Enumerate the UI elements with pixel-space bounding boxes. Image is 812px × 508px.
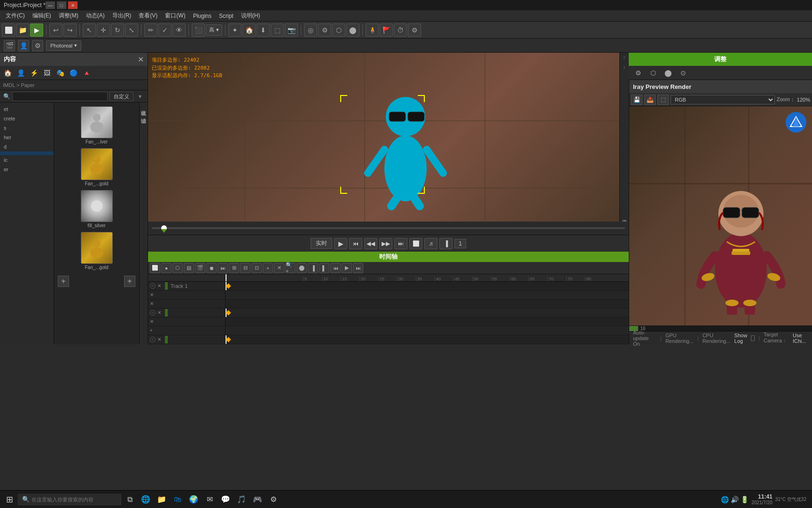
track-visibility-4[interactable]: ○ [150,310,156,316]
content-filter-icon[interactable]: 🔺 [81,67,92,79]
tl-btn-10[interactable]: ⊡ [251,263,262,273]
tl-btn-1[interactable]: ⬜ [150,263,160,273]
edge-icon[interactable]: 🌐 [138,492,153,507]
tray-icon-2[interactable]: 🔊 [731,496,739,503]
select-icon[interactable]: ↖ [83,24,96,37]
timeline-icon[interactable]: ⏱ [394,24,407,37]
material-fan-gold[interactable]: Fan_...gold [58,148,135,186]
track-lock-5[interactable]: ✕ [150,319,156,324]
menu-script[interactable]: Script [215,12,237,20]
taskbar-search-input[interactable] [31,497,111,502]
add-right-button[interactable]: + [124,276,135,287]
vs-btn-2[interactable]: ↓ [620,63,629,71]
mail-icon[interactable]: ✉ [202,492,217,507]
settings-icon[interactable]: ⚙ [408,24,421,37]
view-icon[interactable]: ⬛ [192,24,205,37]
tl-btn-9[interactable]: ⊟ [240,263,250,273]
tl-btn-19[interactable]: ⏭ [353,263,363,273]
tl-btn-14[interactable]: ⬤ [297,263,307,273]
search-options-icon[interactable]: ▾ [135,92,145,101]
gpu-rendering-status[interactable]: GPU Rendering... [665,333,694,344]
search-input[interactable] [12,92,108,101]
list-item-her[interactable]: her [0,133,54,142]
list-item-er[interactable]: er [0,165,54,174]
customize-button[interactable]: 自定义 [109,92,133,101]
menu-window[interactable]: 窗口(W) [161,11,189,21]
aux1-icon[interactable]: ◎ [304,24,317,37]
keyframe-4[interactable] [226,310,231,315]
tl-btn-12[interactable]: ✕ [274,263,284,273]
auto-update-status[interactable]: Auto-update On [633,330,656,347]
menu-edit[interactable]: 编辑(E) [29,11,55,21]
list-item-ic[interactable]: ic [0,155,54,165]
tl-btn-17[interactable]: ⏮ [330,263,341,273]
skip-start-button[interactable]: ⏮ [349,238,362,249]
file-explorer-icon[interactable]: 📁 [154,492,169,507]
tl-btn-3[interactable]: ⬡ [172,263,183,273]
list-item-selected[interactable] [0,151,54,155]
viewport-label-1[interactable]: 收藏 [620,214,629,218]
play-button[interactable]: ▶ [334,238,347,249]
tl-btn-11[interactable]: + [263,263,273,273]
list-item-crete[interactable]: crete [0,114,54,123]
render-icon[interactable]: ⬚ [271,24,284,37]
list-item-et[interactable]: et [0,104,54,114]
content-person-icon[interactable]: 👤 [15,67,26,79]
flag-icon[interactable]: 🚩 [380,24,393,37]
aux2-icon[interactable]: ⚙ [318,24,331,37]
menu-file[interactable]: 文件(C) [2,11,29,21]
close-button[interactable]: ✕ [68,1,78,9]
content-active-icon[interactable]: 🔵 [68,67,79,79]
show-log-checkbox[interactable] [751,335,755,341]
menu-view[interactable]: 查看(V) [135,11,161,21]
track-lock-1[interactable]: ✕ [157,283,163,289]
media-icon[interactable]: 🎵 [234,492,249,507]
aux4-icon[interactable]: ⬤ [346,24,359,37]
tl-btn-13[interactable]: 🔍+ [285,263,296,273]
audio-button[interactable]: ♬ [424,238,437,249]
menu-adjust[interactable]: 调整(M) [55,11,82,21]
iray-channel-select[interactable]: RGB [671,95,775,104]
audio-settings-button[interactable]: ▐ [439,238,453,249]
track-visibility-7[interactable]: ○ [150,337,156,342]
track-lock-6[interactable]: + [150,328,156,333]
tl-btn-18[interactable]: ▶ [342,263,352,273]
pose-icon[interactable]: 🧍 [366,24,379,37]
iray-export-button[interactable]: 📤 [644,95,656,105]
quality-dropdown[interactable]: 高 ▾ [206,24,222,36]
iray-fullscreen-button[interactable]: ⬚ [657,95,669,105]
geometry-icon[interactable]: ✏ [144,24,157,37]
material-fan-silver[interactable]: Fan_...lver [58,106,135,144]
cpu-rendering-status[interactable]: CPU Rendering... [703,333,731,344]
eye-icon[interactable]: 👁 [172,24,186,37]
redo-icon[interactable]: ↪ [63,24,77,37]
adjust-icon-1[interactable]: ⚙ [632,67,644,79]
menu-animation[interactable]: 动态(A) [82,11,109,21]
photoreal-dropdown[interactable]: Photoreal ▾ [46,40,81,51]
store-icon[interactable]: 🛍 [170,492,185,507]
skip-end-button[interactable]: ⏭ [394,238,407,249]
adjust-icon-4[interactable]: ⊙ [678,67,689,79]
tl-btn-4[interactable]: ▤ [184,263,194,273]
tl-btn-7[interactable]: ⏭ [218,263,228,273]
tl-btn-2[interactable]: ● [161,263,172,273]
keyframe-1[interactable] [226,283,231,288]
scale-icon[interactable]: ⤡ [125,24,138,37]
tl-btn-8[interactable]: ⊞ [229,263,239,273]
new-scene-icon[interactable]: ⬜ [2,24,15,37]
add-left-button[interactable]: + [58,276,69,287]
save-icon[interactable]: ▶ [30,24,43,37]
viewport-label-2[interactable]: 滤镜 [620,218,629,222]
light-icon[interactable]: ✦ [228,24,242,37]
adjust-icon-2[interactable]: ⬡ [648,67,659,79]
material-fan-gold2[interactable]: Fan_...gold [58,232,135,270]
scene-tab-icon[interactable]: 🎬 [4,40,15,51]
vertical-label-favorites[interactable]: 收藏 [139,103,148,110]
app1-icon[interactable]: 🎮 [250,492,265,507]
use-ichia-button[interactable]: Use IChi... [793,333,808,344]
vertical-label-filter[interactable]: 滤镜 [139,110,148,118]
track-lock-2[interactable]: ✕ [150,292,156,297]
maximize-button[interactable]: □ [57,1,66,9]
menu-export[interactable]: 导出(R) [109,11,135,21]
chat-icon[interactable]: 💬 [218,492,233,507]
